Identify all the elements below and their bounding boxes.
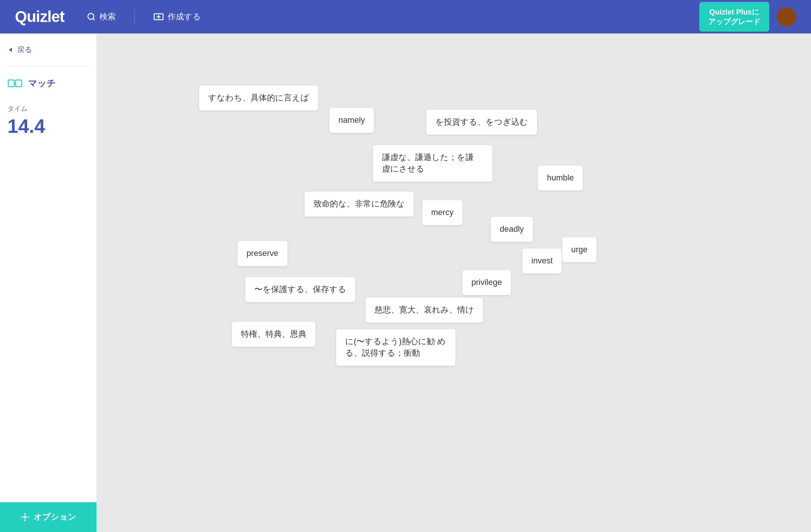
card-card5[interactable]: humble xyxy=(538,166,583,190)
card-card8[interactable]: deadly xyxy=(491,217,533,242)
svg-marker-5 xyxy=(9,48,12,52)
card-card10[interactable]: preserve xyxy=(238,241,287,266)
options-label: オプション xyxy=(34,512,76,523)
svg-point-0 xyxy=(88,13,94,19)
header: Quizlet 検索 作成する Quizlet Plusにアップグレード xyxy=(0,0,811,33)
svg-line-1 xyxy=(93,19,95,20)
main-layout: 戻る マッチ タイム 14.4 オプション すなわち、具体 xyxy=(0,33,811,532)
card-card14[interactable]: 慈悲、寛大、哀れみ、情け xyxy=(366,298,483,323)
card-card2[interactable]: namely xyxy=(330,108,374,133)
search-label: 検索 xyxy=(99,11,116,22)
game-area: すなわち、具体的に言えばnamelyを投資する、をつぎ込む謙虚な、謙遜した；を謙… xyxy=(97,33,811,532)
svg-rect-6 xyxy=(8,80,14,87)
card-card4[interactable]: 謙虚な、謙遜した；を謙 虚にさせる xyxy=(373,145,492,182)
card-card3[interactable]: を投資する、をつぎ込む xyxy=(426,110,537,135)
back-icon xyxy=(7,47,13,53)
logo[interactable]: Quizlet xyxy=(15,8,64,26)
header-divider xyxy=(134,9,135,24)
card-card6[interactable]: 致命的な、非常に危険な xyxy=(305,192,414,217)
card-card12[interactable]: privilege xyxy=(462,270,511,295)
card-card15[interactable]: 特権、特典、恩典 xyxy=(232,322,315,347)
upgrade-button[interactable]: Quizlet Plusにアップグレード xyxy=(699,2,769,32)
card-card9[interactable]: urge xyxy=(562,237,597,262)
create-button[interactable]: 作成する xyxy=(153,11,201,22)
options-icon xyxy=(20,512,30,522)
back-button[interactable]: 戻る xyxy=(7,45,89,55)
match-label: マッチ xyxy=(28,77,56,89)
avatar xyxy=(777,7,796,26)
card-card7[interactable]: mercy xyxy=(422,200,462,225)
card-card16[interactable]: に(〜するよう)熱心に勧 める、説得する；衝動 xyxy=(336,329,455,366)
back-label: 戻る xyxy=(17,45,32,55)
sidebar-divider xyxy=(7,66,89,66)
svg-rect-7 xyxy=(16,80,22,87)
sidebar: 戻る マッチ タイム 14.4 オプション xyxy=(0,33,97,532)
create-label: 作成する xyxy=(168,11,201,22)
time-value: 14.4 xyxy=(7,115,89,137)
card-card13[interactable]: 〜を保護する、保存する xyxy=(245,277,355,302)
search-icon xyxy=(87,12,96,21)
svg-point-9 xyxy=(24,516,26,518)
time-label: タイム xyxy=(7,104,89,113)
search-button[interactable]: 検索 xyxy=(87,11,116,22)
match-icon xyxy=(7,78,22,89)
options-button[interactable]: オプション xyxy=(0,502,96,532)
card-card11[interactable]: invest xyxy=(522,249,562,273)
create-icon xyxy=(153,12,164,21)
match-section: マッチ xyxy=(7,77,89,89)
card-card1[interactable]: すなわち、具体的に言えば xyxy=(199,86,318,110)
